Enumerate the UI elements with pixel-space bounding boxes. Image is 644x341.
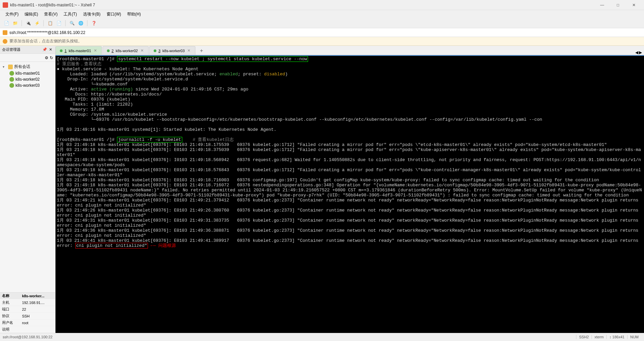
tree-host[interactable]: k8s-worker03 xyxy=(7,82,54,88)
sidebar-header: 会话管理器 📌 ✕ xyxy=(0,46,55,54)
log-line: 1月 03 21:49:18 k8s-master01 kubelet[6937… xyxy=(57,142,607,147)
pin-icon[interactable]: 📌 xyxy=(41,47,48,52)
output-line: └─69376 /usr/bin/kubelet --bootstrap-kub… xyxy=(57,117,542,122)
disconnect-icon[interactable]: ⚡ xyxy=(33,20,41,27)
menu-tools[interactable]: 工具(T) xyxy=(61,10,79,18)
tabs-nav: ◀ ▶ xyxy=(635,50,644,55)
prop-header-val: k8s-worker... xyxy=(20,293,55,299)
statusbar: ssh://root@192.168.91.100:22 SSH2 xterm … xyxy=(0,333,644,340)
output-line: ● kubelet.service - kubelet: The Kuberne… xyxy=(57,67,198,72)
help-icon[interactable]: ❓ xyxy=(90,20,98,27)
log-line: 1月 03 21:49:36 k8s-master01 kubelet[6937… xyxy=(57,228,641,238)
log-line: 1月 03 21:49:26 k8s-master01 kubelet[6937… xyxy=(57,208,641,218)
sidebar-close-icon[interactable]: ✕ xyxy=(48,47,53,52)
prop-key: 协议 xyxy=(0,313,20,319)
output-line: Memory: 17.8M xyxy=(57,107,104,112)
output-line: 1月 03 21:49:16 k8s-master01 systemd[1]: … xyxy=(57,127,276,132)
annotation-arrow: ←— xyxy=(148,243,158,248)
output-line: Loaded: loaded (/usr/lib/systemd/system/… xyxy=(57,72,220,77)
tab-prev-icon[interactable]: ◀ xyxy=(635,50,638,55)
globe-icon[interactable]: 🌐 xyxy=(77,20,84,27)
tree-host[interactable]: k8s-worker02 xyxy=(7,76,54,82)
annotation-text: 问题根源 xyxy=(158,243,176,248)
app-icon xyxy=(3,2,8,8)
comment: # 重启服务，查看状态 xyxy=(57,62,102,67)
prompt: [root@k8s-master01 /]# xyxy=(57,137,117,142)
new-session-icon[interactable]: 📄 xyxy=(3,20,10,27)
log-line: 1月 03 21:49:18 k8s-master01 kubelet[6937… xyxy=(57,147,641,157)
output-line: Drop-In: /etc/systemd/system/kubelet.ser… xyxy=(57,77,188,82)
prompt: [root@k8s-master01 /]# xyxy=(57,56,117,62)
find-icon[interactable]: 🔍 xyxy=(68,20,76,27)
output-line: └─kubeadm.conf xyxy=(57,82,128,87)
status-disabled: disabled xyxy=(264,72,285,77)
status-size: ↕ 186x41 xyxy=(606,335,627,339)
tree-root[interactable]: ▾ 所有会话 xyxy=(1,63,54,70)
open-session-icon[interactable]: 📁 xyxy=(11,20,19,27)
folder-icon xyxy=(8,65,13,69)
log-line: 1月 03 21:49:18 k8s-master01 kubelet[6937… xyxy=(57,183,642,198)
command-highlighted: systemctl restart --now kubelet ; system… xyxy=(117,56,308,62)
window-controls: — □ ✕ xyxy=(595,0,641,10)
infobar: 要添加当前会话，点击左侧的箭头按钮。 xyxy=(0,37,644,46)
status-num: NUM xyxy=(627,335,641,339)
menu-edit[interactable]: 编辑(E) xyxy=(22,10,41,18)
sidebar-toolbar: ⚙ ↻ xyxy=(0,54,55,62)
status-active: active (running) xyxy=(91,87,133,92)
prop-row: 协议SSH xyxy=(0,313,55,319)
status-enabled: enabled xyxy=(220,72,238,77)
tab-worker02[interactable]: 2 k8s-worker02 ✕ xyxy=(103,46,149,55)
menu-file[interactable]: 文件(F) xyxy=(3,10,21,18)
paste-icon[interactable]: 📄 xyxy=(55,20,63,27)
menu-view[interactable]: 查看(V) xyxy=(41,10,60,18)
maximize-button[interactable]: □ xyxy=(610,0,626,10)
prop-val: SSH xyxy=(20,313,55,319)
sidebar-title: 会话管理器 xyxy=(2,47,41,52)
prop-val xyxy=(20,326,55,333)
tree-host-label: k8s-worker02 xyxy=(15,77,40,82)
menu-window[interactable]: 窗口(W) xyxy=(104,10,124,18)
output-text: ; preset: xyxy=(238,72,264,77)
new-tab-button[interactable]: + xyxy=(197,47,205,55)
prop-key: 用户名 xyxy=(0,319,20,326)
tree-host[interactable]: k8s-master01 xyxy=(7,70,54,76)
log-line: 1月 03 21:49:18 k8s-master01 kubelet[6937… xyxy=(57,157,641,167)
tab-close-icon[interactable]: ✕ xyxy=(140,48,144,53)
terminal[interactable]: [root@k8s-master01 /]# systemctl restart… xyxy=(55,55,644,333)
output-text: ) xyxy=(285,72,288,77)
status-term: xterm xyxy=(592,335,607,339)
info-icon xyxy=(3,39,7,44)
status-ssh: SSH2 xyxy=(576,335,592,339)
tab-close-icon[interactable]: ✕ xyxy=(187,48,191,53)
menu-tabs[interactable]: 选项卡(B) xyxy=(80,10,103,18)
prop-key: 说明 xyxy=(0,326,20,333)
collapse-icon[interactable]: ▾ xyxy=(3,65,7,69)
toolbar-separator xyxy=(87,20,87,26)
reconnect-icon[interactable]: 🔌 xyxy=(25,20,32,27)
prop-row: 说明 xyxy=(0,326,55,333)
session-tabs: 1 k8s-master01 ✕ 2 k8s-worker02 ✕ 3 k8s-… xyxy=(55,46,644,55)
tree-tool-icon[interactable]: ⚙ xyxy=(45,55,48,60)
toolbar-separator xyxy=(22,20,22,26)
content-area: 1 k8s-master01 ✕ 2 k8s-worker02 ✕ 3 k8s-… xyxy=(55,46,644,333)
output-line: Main PID: 69376 (kubelet) xyxy=(57,97,130,102)
host-icon xyxy=(9,77,14,82)
tree-host-label: k8s-worker03 xyxy=(15,83,40,88)
output-text: since Wed 2024-01-03 21:49:16 CST; 29ms … xyxy=(133,87,248,92)
lock-icon xyxy=(3,30,7,35)
copy-icon[interactable]: 📋 xyxy=(46,20,54,27)
prop-val: root xyxy=(20,319,55,326)
tab-worker03[interactable]: 3 k8s-worker03 ✕ xyxy=(149,46,195,55)
addressbar[interactable]: ssh://root:*************@192.168.91.100:… xyxy=(0,28,644,37)
status-connection: ssh://root@192.168.91.100:22 xyxy=(3,335,52,339)
close-button[interactable]: ✕ xyxy=(626,0,641,10)
tree-tool-icon[interactable]: ↻ xyxy=(50,55,53,60)
tab-next-icon[interactable]: ▶ xyxy=(639,50,642,55)
tab-master01[interactable]: 1 k8s-master01 ✕ xyxy=(55,46,102,55)
toolbar: 📄 📁 🔌 ⚡ 📋 📄 🔍 🌐 ❓ xyxy=(0,18,644,28)
tab-close-icon[interactable]: ✕ xyxy=(93,48,98,53)
menu-help[interactable]: 帮助(H) xyxy=(124,10,144,18)
minimize-button[interactable]: — xyxy=(595,0,610,10)
tab-number: 2 xyxy=(112,49,114,53)
prop-val: 192.168.91.... xyxy=(20,299,55,306)
